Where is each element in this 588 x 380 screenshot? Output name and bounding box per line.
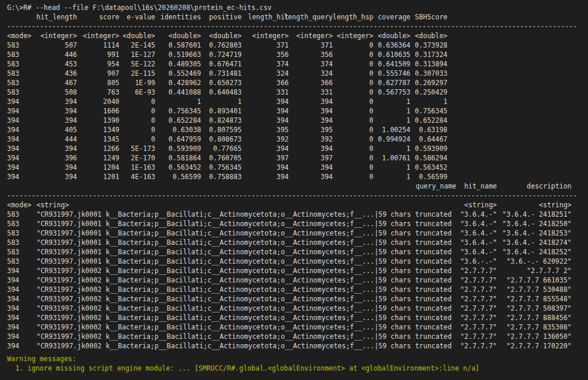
cell-text: 6E-93 (135, 88, 155, 97)
cell-text: 467 (65, 78, 77, 88)
cell-text: 763 (107, 88, 119, 97)
cell-text: 1349 (103, 125, 119, 134)
table1-row-cell: 0.724719 (201, 50, 242, 59)
table2-header-cell: hit_name (456, 181, 497, 191)
cell-text: "2.7.7.7 530488" (506, 285, 572, 294)
cell-text: 436 (65, 69, 77, 78)
cell-text: <integer> (337, 31, 373, 41)
table1-row: 39439412041E-1630.5634520.75634539439401… (7, 163, 588, 172)
cell-text: 0.593909 (169, 144, 201, 153)
table2-row: 394"CR931997.jk0002 k__Bacteria;p__Bacil… (7, 294, 588, 304)
table1-row-cell: 1201 (77, 172, 119, 181)
table1-row-cell: 394 (7, 172, 36, 181)
cell-text: 453 (65, 59, 77, 69)
cell-text: 394 (320, 172, 333, 181)
cell-text: 374 (320, 59, 333, 69)
table1-row-cell: 0 (333, 134, 373, 144)
table2-row-cell: "2.7.7.7 855548" (497, 294, 572, 304)
cell-text: 394 (276, 97, 289, 106)
cell-text: 394 (65, 172, 77, 181)
table1-row-cell: 0.758883 (201, 172, 242, 181)
table1-row-cell: 1606 (77, 106, 119, 116)
table1-row-cell: 395 (289, 125, 333, 134)
cell-text: 0.64467 (419, 134, 447, 144)
cell-text: 394 (65, 116, 77, 125)
cell-text: 0.56599 (173, 172, 201, 181)
cell-text: 331 (276, 88, 289, 97)
table1-row-cell: 0 (333, 125, 373, 134)
table1-row-cell: 2E-170 (119, 153, 155, 163)
table1-row-cell: 396 (36, 153, 77, 163)
cell-text: 0.317324 (415, 50, 447, 59)
cell-text: 371 (320, 41, 333, 50)
table2-row: 583"CR931997.jk0001 k__Bacteria;p__Bacil… (7, 210, 588, 219)
cell-text: 1606 (103, 106, 119, 116)
table1-row-cell: 1 (155, 97, 201, 106)
table1-row-cell: 0 (333, 41, 373, 50)
cell-text: 0.807595 (209, 125, 242, 134)
cell-text: 366 (320, 78, 333, 88)
cell-text: 0.63198 (419, 125, 447, 134)
cell-text: 405 (65, 125, 77, 134)
cell-text: "3.6.4.- 2418253" (502, 228, 572, 238)
cell-text: 0.760705 (209, 153, 242, 163)
cell-text: 0.77665 (213, 144, 242, 153)
table1-row-cell: 394 (36, 172, 77, 181)
warning-item: 1. ignore missing script engine module: … (7, 364, 588, 373)
table1-row-cell: 0.652284 (410, 116, 447, 125)
table2-row-cell: "CR931997.jk0002 k__Bacteria;p__Bacillat… (36, 266, 456, 275)
cell-text: length_query (284, 12, 333, 22)
cell-text: 394 (7, 266, 19, 275)
table1-row: 5834539545E-1220.4893050.67647137437400.… (7, 59, 588, 69)
cell-text: 395 (276, 125, 289, 134)
cell-text: 1 (406, 172, 410, 181)
table1-row-cell: 583 (7, 59, 36, 69)
cell-text: 397 (276, 153, 289, 163)
cell-text: coverage (378, 12, 410, 22)
table1-header-cell: length_hit (242, 12, 289, 22)
table2-row-cell: "CR931997.jk0001 k__Bacteria;p__Bacillat… (36, 228, 456, 238)
table1-row-cell: 1 (201, 97, 242, 106)
table2-header-row: query_namehit_namedescription (7, 181, 588, 191)
cell-text: 1201 (103, 172, 119, 181)
cell-text: 1114 (103, 41, 119, 50)
cell-text: "3.6.4.- 2418251" (502, 210, 572, 219)
cell-text: hit_length (36, 12, 77, 22)
cell-text: 583 (7, 238, 19, 247)
cell-text: "2.7.7.7 661035" (506, 275, 572, 285)
cell-text: query_name (416, 181, 456, 191)
cell-text: "3.6.4.- 2418274" (502, 238, 572, 247)
cell-text: 394 (7, 153, 19, 163)
table2-row-cell: "3.6.4.-" (456, 238, 497, 247)
cell-text: 4E-163 (131, 172, 155, 181)
cell-text: 583 (7, 50, 19, 59)
cell-text: 0.652284 (415, 116, 447, 125)
table1-header-cell: positive (201, 12, 242, 22)
cell-text: 0 (369, 125, 373, 134)
table1-row-cell: 0.313894 (410, 59, 447, 69)
table1-row-cell: 0.593909 (155, 144, 201, 153)
cell-text: 444 (65, 134, 77, 144)
table1-row: 394405134900.630380.80759539539501.00254… (7, 125, 588, 134)
table1-row-cell: 0.824873 (201, 116, 242, 125)
table1-type-row: <mode><integer><integer><double><double>… (7, 31, 588, 41)
cell-text: 0.758883 (209, 172, 242, 181)
table2-row-cell: "CR931997.jk0001 k__Bacteria;p__Bacillat… (36, 210, 456, 219)
cell-text: 394 (7, 97, 19, 106)
cell-text: 0.555746 (378, 69, 410, 78)
table1-row-cell: 0.56599 (410, 172, 447, 181)
table2-row: 394"CR931997.jk0002 k__Bacteria;p__Bacil… (7, 313, 588, 322)
cell-text: "2.7.7.7" (460, 341, 497, 351)
cell-text: 0.593909 (415, 144, 447, 153)
cell-text: 0.610635 (378, 50, 410, 59)
table1-row: 394394139000.6522840.824873394394010.652… (7, 116, 588, 125)
cell-text: hit_name (465, 181, 497, 191)
table2-row-cell: "3.6.-.- 620922" (497, 257, 572, 266)
cell-text: 0 (369, 59, 373, 69)
cell-text: 0.552469 (169, 69, 201, 78)
cell-text: 1266 (103, 144, 119, 153)
table1-header-cell: e-value (119, 12, 155, 22)
cell-text: 1E-99 (135, 78, 155, 88)
table2-row-cell: "2.7.7.7 170220" (497, 341, 572, 351)
table2-type-row: <mode><string><string><string> (7, 200, 588, 210)
